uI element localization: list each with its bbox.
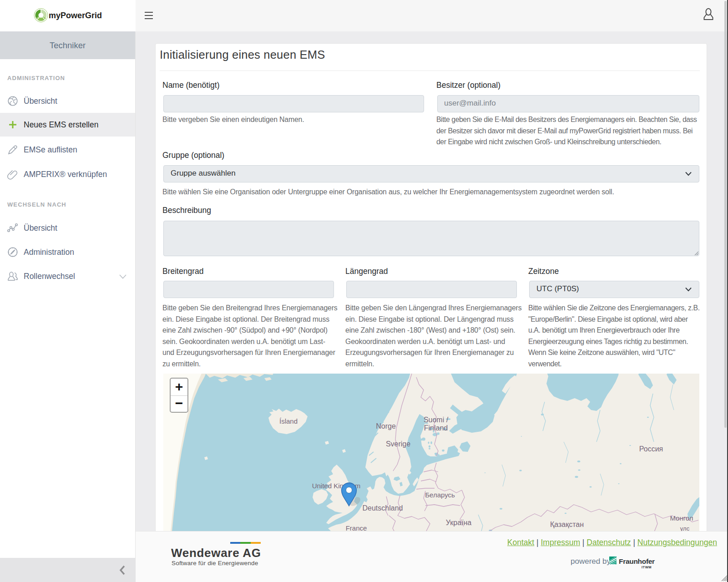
- svg-text:Sverige: Sverige: [386, 440, 410, 448]
- svg-text:Fraunhofer: Fraunhofer: [619, 557, 655, 565]
- svg-text:Deutschland: Deutschland: [363, 504, 403, 512]
- svg-text:Suomi /: Suomi /: [424, 416, 449, 424]
- svg-text:Беларусь: Беларусь: [425, 491, 455, 499]
- svg-text:Україна: Україна: [446, 519, 472, 526]
- svg-text:Norge: Norge: [376, 422, 396, 430]
- svg-text:Қазақстан: Қазақстан: [550, 521, 584, 528]
- svg-text:Монгол: Монгол: [670, 514, 693, 522]
- svg-text:Finland: Finland: [424, 424, 448, 432]
- svg-text:Россия: Россия: [639, 445, 663, 453]
- svg-text:Ísland: Ísland: [279, 417, 298, 425]
- svg-text:ITWM: ITWM: [642, 565, 652, 569]
